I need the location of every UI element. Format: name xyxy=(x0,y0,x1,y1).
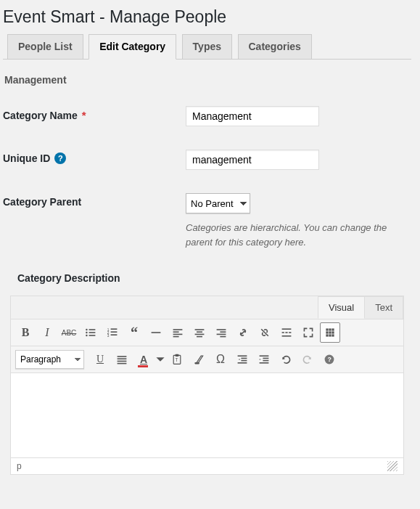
svg-rect-14 xyxy=(173,331,179,333)
section-header: Management xyxy=(4,74,411,86)
svg-rect-18 xyxy=(197,331,202,333)
unique-id-label: Unique ID xyxy=(3,152,50,164)
svg-rect-42 xyxy=(118,361,127,362)
svg-rect-20 xyxy=(197,336,202,338)
svg-rect-47 xyxy=(194,362,199,364)
svg-rect-39 xyxy=(332,334,334,336)
svg-rect-40 xyxy=(118,356,127,357)
svg-rect-5 xyxy=(89,335,96,336)
svg-rect-1 xyxy=(89,329,96,330)
svg-rect-45 xyxy=(176,354,179,357)
align-center-icon[interactable] xyxy=(189,322,210,343)
svg-rect-34 xyxy=(326,331,328,333)
readmore-icon[interactable] xyxy=(276,322,297,343)
tab-types[interactable]: Types xyxy=(182,34,232,59)
svg-rect-48 xyxy=(238,355,247,357)
category-name-input[interactable] xyxy=(186,106,319,126)
indent-icon[interactable] xyxy=(254,349,274,370)
editor-tab-visual[interactable]: Visual xyxy=(318,296,365,319)
svg-rect-19 xyxy=(195,334,205,335)
svg-rect-55 xyxy=(260,362,269,364)
category-parent-label: Category Parent xyxy=(3,196,81,208)
svg-rect-43 xyxy=(118,363,127,365)
bold-icon[interactable]: B xyxy=(15,322,36,343)
svg-rect-16 xyxy=(173,336,179,338)
svg-rect-53 xyxy=(263,358,268,359)
svg-rect-30 xyxy=(282,335,292,337)
unique-id-input[interactable] xyxy=(186,150,319,170)
nav-tabs: People List Edit Category Types Categori… xyxy=(3,34,411,60)
horizontal-rule-icon[interactable] xyxy=(146,322,166,343)
svg-rect-15 xyxy=(173,334,183,335)
svg-rect-38 xyxy=(329,334,331,336)
svg-rect-27 xyxy=(282,332,284,333)
unlink-icon[interactable] xyxy=(255,322,275,343)
svg-rect-54 xyxy=(263,360,268,362)
svg-rect-11 xyxy=(111,334,118,335)
align-left-icon[interactable] xyxy=(168,322,188,343)
underline-icon[interactable]: U xyxy=(90,349,110,370)
required-indicator: * xyxy=(82,109,86,121)
svg-rect-41 xyxy=(118,358,127,359)
textcolor-icon[interactable]: A xyxy=(133,349,154,370)
align-justify-icon[interactable] xyxy=(112,349,132,370)
special-char-icon[interactable]: Ω xyxy=(210,349,231,370)
svg-text:3: 3 xyxy=(107,334,110,338)
resize-handle[interactable] xyxy=(387,461,398,471)
svg-rect-49 xyxy=(241,358,247,359)
svg-text:T: T xyxy=(176,357,178,362)
category-parent-hint: Categories are hierarchical. You can cha… xyxy=(186,221,403,249)
tab-categories[interactable]: Categories xyxy=(238,34,312,59)
svg-point-4 xyxy=(86,335,87,336)
help-icon-toolbar[interactable]: ? xyxy=(319,349,339,370)
category-description-label: Category Description xyxy=(17,272,411,284)
ordered-list-icon[interactable]: 123 xyxy=(102,322,123,343)
svg-rect-51 xyxy=(238,362,247,364)
svg-point-0 xyxy=(86,329,87,330)
svg-rect-36 xyxy=(332,331,334,333)
svg-rect-29 xyxy=(289,332,291,333)
svg-rect-21 xyxy=(217,329,226,330)
wysiwyg-editor: Visual Text B I ABC 123 “ Paragraph U xyxy=(10,296,404,475)
svg-rect-26 xyxy=(282,328,292,330)
undo-icon[interactable] xyxy=(276,349,296,370)
svg-rect-28 xyxy=(285,332,287,333)
svg-point-2 xyxy=(86,332,87,333)
fullscreen-icon[interactable] xyxy=(298,322,318,343)
svg-rect-12 xyxy=(152,332,161,333)
svg-rect-37 xyxy=(326,334,328,336)
clear-format-icon[interactable] xyxy=(189,349,209,370)
help-icon[interactable]: ? xyxy=(54,152,66,164)
align-right-icon[interactable] xyxy=(211,322,231,343)
link-icon[interactable] xyxy=(233,322,253,343)
strikethrough-icon[interactable]: ABC xyxy=(59,322,79,343)
editor-path: p xyxy=(17,461,22,471)
svg-rect-52 xyxy=(260,355,269,357)
textcolor-dropdown-icon[interactable] xyxy=(155,349,165,370)
category-parent-select[interactable]: No Parent xyxy=(186,193,250,213)
outdent-icon[interactable] xyxy=(232,349,252,370)
svg-rect-35 xyxy=(329,331,331,333)
svg-rect-7 xyxy=(111,328,118,330)
unordered-list-icon[interactable] xyxy=(81,322,101,343)
blockquote-icon[interactable]: “ xyxy=(124,322,144,343)
editor-toolbar-row-1: B I ABC 123 “ xyxy=(11,319,403,346)
format-select[interactable]: Paragraph xyxy=(15,350,84,369)
tab-edit-category[interactable]: Edit Category xyxy=(88,34,176,60)
category-name-label: Category Name xyxy=(3,110,78,121)
svg-rect-3 xyxy=(89,332,96,333)
italic-icon[interactable]: I xyxy=(37,322,57,343)
paste-text-icon[interactable]: T xyxy=(167,349,187,370)
svg-rect-17 xyxy=(195,329,205,330)
svg-rect-24 xyxy=(220,336,226,338)
svg-rect-50 xyxy=(241,360,247,362)
tab-people-list[interactable]: People List xyxy=(7,34,83,59)
editor-content-area[interactable] xyxy=(11,373,403,457)
editor-tab-text[interactable]: Text xyxy=(364,296,403,319)
toolbar-toggle-icon[interactable] xyxy=(320,322,340,343)
page-title: Event Smart - Manage People xyxy=(3,3,411,34)
redo-icon[interactable] xyxy=(297,349,318,370)
svg-text:?: ? xyxy=(328,356,332,363)
svg-rect-9 xyxy=(111,331,118,333)
svg-rect-22 xyxy=(220,331,226,333)
